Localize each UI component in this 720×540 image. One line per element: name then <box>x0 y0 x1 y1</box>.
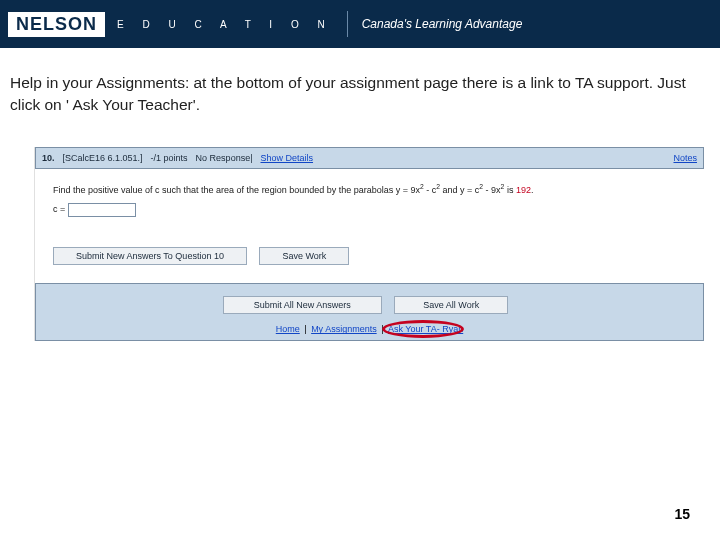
all-button-row: Submit All New Answers Save All Work <box>36 294 703 314</box>
header-separator <box>347 11 348 37</box>
q-part1: Find the positive value of c such that t… <box>53 185 411 195</box>
show-details-link[interactable]: Show Details <box>261 153 314 163</box>
tagline: Canada's Learning Advantage <box>362 17 523 31</box>
home-link[interactable]: Home <box>276 324 300 334</box>
help-blurb: Help in your Assignments: at the bottom … <box>0 48 720 115</box>
q-and: and y = c <box>440 185 479 195</box>
submit-question-button[interactable]: Submit New Answers To Question 10 <box>53 247 247 265</box>
brand-logo: NELSON <box>8 12 105 37</box>
education-label: E D U C A T I O N <box>117 19 333 30</box>
q-end: is <box>504 185 516 195</box>
my-assignments-link[interactable]: My Assignments <box>311 324 377 334</box>
all-answers-panel: Submit All New Answers Save All Work Hom… <box>35 283 704 341</box>
header-bar: NELSON E D U C A T I O N Canada's Learni… <box>0 0 720 48</box>
question-text: Find the positive value of c such that t… <box>53 185 694 195</box>
question-response: No Response <box>196 153 251 163</box>
save-work-button[interactable]: Save Work <box>259 247 349 265</box>
notes-link[interactable]: Notes <box>673 153 697 163</box>
ask-ta-link[interactable]: Ask Your TA- Ryan <box>388 324 463 334</box>
pipe: | <box>250 153 252 163</box>
question-number: 10. <box>42 153 55 163</box>
q-eq1b: - c <box>424 185 437 195</box>
page-number: 15 <box>674 506 690 522</box>
question-button-row: Submit New Answers To Question 10 Save W… <box>53 245 694 265</box>
footer-links: Home | My Assignments | Ask Your TA- Rya… <box>36 324 703 334</box>
question-header: 10. [SCalcE16 6.1.051.] -/1 points No Re… <box>35 147 704 169</box>
q-eq1a: 9x <box>411 185 421 195</box>
q-value: 192 <box>516 185 531 195</box>
submit-all-button[interactable]: Submit All New Answers <box>223 296 382 314</box>
c-label: c = <box>53 205 68 215</box>
assignment-screenshot: 10. [SCalcE16 6.1.051.] -/1 points No Re… <box>34 147 704 341</box>
question-points: -/1 points <box>151 153 188 163</box>
q-eq2a: - 9x <box>483 185 501 195</box>
question-body: Find the positive value of c such that t… <box>35 169 704 229</box>
question-ref: [SCalcE16 6.1.051.] <box>63 153 143 163</box>
answer-row: c = <box>53 203 694 217</box>
save-all-button[interactable]: Save All Work <box>394 296 508 314</box>
answer-input[interactable] <box>68 203 136 217</box>
